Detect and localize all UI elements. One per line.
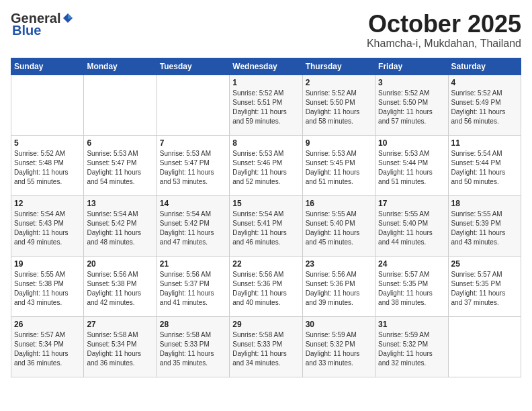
day-info: Sunrise: 5:52 AM Sunset: 5:48 PM Dayligh… (14, 149, 81, 187)
day-number: 22 (232, 259, 299, 269)
day-info: Sunrise: 5:54 AM Sunset: 5:44 PM Dayligh… (451, 149, 518, 187)
day-number: 11 (451, 138, 518, 148)
day-number: 16 (306, 199, 372, 208)
calendar-cell: 4Sunrise: 5:52 AM Sunset: 5:49 PM Daylig… (448, 75, 521, 135)
calendar-cell: 1Sunrise: 5:52 AM Sunset: 5:51 PM Daylig… (230, 75, 302, 135)
calendar-cell: 18Sunrise: 5:55 AM Sunset: 5:39 PM Dayli… (448, 195, 521, 256)
day-number: 8 (232, 138, 299, 148)
calendar-cell: 24Sunrise: 5:57 AM Sunset: 5:35 PM Dayli… (375, 256, 448, 316)
day-info: Sunrise: 5:57 AM Sunset: 5:34 PM Dayligh… (14, 330, 81, 368)
svg-marker-1 (68, 13, 73, 19)
day-info: Sunrise: 5:57 AM Sunset: 5:35 PM Dayligh… (451, 270, 518, 308)
day-number: 14 (160, 199, 226, 208)
day-header-monday: Monday (84, 58, 157, 75)
day-number: 17 (378, 199, 445, 208)
day-header-thursday: Thursday (302, 58, 375, 75)
day-number: 27 (87, 320, 153, 329)
day-info: Sunrise: 5:57 AM Sunset: 5:35 PM Dayligh… (378, 270, 445, 308)
calendar-cell: 27Sunrise: 5:58 AM Sunset: 5:34 PM Dayli… (84, 316, 157, 377)
calendar-cell: 23Sunrise: 5:56 AM Sunset: 5:36 PM Dayli… (302, 256, 375, 316)
day-number: 10 (378, 138, 445, 148)
calendar-cell: 6Sunrise: 5:53 AM Sunset: 5:47 PM Daylig… (84, 135, 157, 195)
day-info: Sunrise: 5:58 AM Sunset: 5:33 PM Dayligh… (160, 330, 226, 368)
calendar-cell: 11Sunrise: 5:54 AM Sunset: 5:44 PM Dayli… (448, 135, 521, 195)
day-info: Sunrise: 5:56 AM Sunset: 5:36 PM Dayligh… (306, 270, 372, 308)
day-info: Sunrise: 5:59 AM Sunset: 5:32 PM Dayligh… (378, 330, 445, 368)
calendar-cell: 25Sunrise: 5:57 AM Sunset: 5:35 PM Dayli… (448, 256, 521, 316)
calendar-cell: 15Sunrise: 5:54 AM Sunset: 5:41 PM Dayli… (230, 195, 302, 256)
day-number: 28 (160, 320, 226, 329)
calendar-cell: 26Sunrise: 5:57 AM Sunset: 5:34 PM Dayli… (11, 316, 84, 377)
logo: General Blue (11, 11, 74, 38)
calendar-cell: 29Sunrise: 5:58 AM Sunset: 5:33 PM Dayli… (230, 316, 302, 377)
day-number: 31 (378, 320, 445, 329)
calendar-week-row: 5Sunrise: 5:52 AM Sunset: 5:48 PM Daylig… (11, 135, 521, 195)
day-info: Sunrise: 5:53 AM Sunset: 5:45 PM Dayligh… (306, 149, 372, 187)
calendar-cell: 10Sunrise: 5:53 AM Sunset: 5:44 PM Dayli… (375, 135, 448, 195)
day-info: Sunrise: 5:55 AM Sunset: 5:40 PM Dayligh… (306, 210, 372, 247)
day-header-saturday: Saturday (448, 58, 521, 75)
day-info: Sunrise: 5:54 AM Sunset: 5:42 PM Dayligh… (160, 210, 226, 247)
calendar-cell: 22Sunrise: 5:56 AM Sunset: 5:36 PM Dayli… (230, 256, 302, 316)
day-header-wednesday: Wednesday (230, 58, 302, 75)
day-number: 18 (451, 199, 518, 208)
day-number: 24 (378, 259, 445, 269)
calendar-cell: 14Sunrise: 5:54 AM Sunset: 5:42 PM Dayli… (157, 195, 229, 256)
day-info: Sunrise: 5:52 AM Sunset: 5:50 PM Dayligh… (306, 89, 372, 126)
day-info: Sunrise: 5:56 AM Sunset: 5:36 PM Dayligh… (232, 270, 299, 308)
month-title: October 2025 (367, 11, 521, 38)
calendar-cell: 31Sunrise: 5:59 AM Sunset: 5:32 PM Dayli… (375, 316, 448, 377)
calendar-cell: 19Sunrise: 5:55 AM Sunset: 5:38 PM Dayli… (11, 256, 84, 316)
calendar-cell (157, 75, 229, 135)
calendar-cell (84, 75, 157, 135)
day-info: Sunrise: 5:53 AM Sunset: 5:47 PM Dayligh… (160, 149, 226, 187)
day-number: 1 (232, 78, 299, 87)
day-info: Sunrise: 5:55 AM Sunset: 5:38 PM Dayligh… (14, 270, 81, 308)
logo-icon (62, 12, 74, 24)
calendar-table: SundayMondayTuesdayWednesdayThursdayFrid… (11, 58, 521, 377)
calendar-week-row: 26Sunrise: 5:57 AM Sunset: 5:34 PM Dayli… (11, 316, 521, 377)
day-number: 2 (306, 78, 372, 87)
day-info: Sunrise: 5:53 AM Sunset: 5:47 PM Dayligh… (87, 149, 153, 187)
calendar-cell: 7Sunrise: 5:53 AM Sunset: 5:47 PM Daylig… (157, 135, 229, 195)
calendar-cell: 2Sunrise: 5:52 AM Sunset: 5:50 PM Daylig… (302, 75, 375, 135)
calendar-cell: 21Sunrise: 5:56 AM Sunset: 5:37 PM Dayli… (157, 256, 229, 316)
day-number: 12 (14, 199, 81, 208)
day-info: Sunrise: 5:52 AM Sunset: 5:50 PM Dayligh… (378, 89, 445, 126)
day-number: 20 (87, 259, 153, 269)
calendar-cell: 3Sunrise: 5:52 AM Sunset: 5:50 PM Daylig… (375, 75, 448, 135)
calendar-cell: 28Sunrise: 5:58 AM Sunset: 5:33 PM Dayli… (157, 316, 229, 377)
day-info: Sunrise: 5:56 AM Sunset: 5:37 PM Dayligh… (160, 270, 226, 308)
day-number: 3 (378, 78, 445, 87)
location-title: Khamcha-i, Mukdahan, Thailand (367, 38, 521, 50)
day-number: 23 (306, 259, 372, 269)
calendar-week-row: 19Sunrise: 5:55 AM Sunset: 5:38 PM Dayli… (11, 256, 521, 316)
day-number: 25 (451, 259, 518, 269)
calendar-cell: 16Sunrise: 5:55 AM Sunset: 5:40 PM Dayli… (302, 195, 375, 256)
day-number: 5 (14, 138, 81, 148)
day-info: Sunrise: 5:52 AM Sunset: 5:51 PM Dayligh… (232, 89, 299, 126)
calendar-cell: 9Sunrise: 5:53 AM Sunset: 5:45 PM Daylig… (302, 135, 375, 195)
day-number: 26 (14, 320, 81, 329)
calendar-week-row: 1Sunrise: 5:52 AM Sunset: 5:51 PM Daylig… (11, 75, 521, 135)
calendar-header-row: SundayMondayTuesdayWednesdayThursdayFrid… (11, 58, 521, 75)
day-info: Sunrise: 5:55 AM Sunset: 5:40 PM Dayligh… (378, 210, 445, 247)
calendar-cell: 13Sunrise: 5:54 AM Sunset: 5:42 PM Dayli… (84, 195, 157, 256)
page-header: General Blue October 2025 Khamcha-i, Muk… (11, 11, 521, 50)
logo-blue: Blue (12, 23, 41, 38)
day-info: Sunrise: 5:54 AM Sunset: 5:42 PM Dayligh… (87, 210, 153, 247)
calendar-cell: 20Sunrise: 5:56 AM Sunset: 5:38 PM Dayli… (84, 256, 157, 316)
day-number: 19 (14, 259, 81, 269)
day-info: Sunrise: 5:58 AM Sunset: 5:33 PM Dayligh… (232, 330, 299, 368)
day-info: Sunrise: 5:52 AM Sunset: 5:49 PM Dayligh… (451, 89, 518, 126)
calendar-cell: 5Sunrise: 5:52 AM Sunset: 5:48 PM Daylig… (11, 135, 84, 195)
title-area: October 2025 Khamcha-i, Mukdahan, Thaila… (367, 11, 521, 50)
day-header-tuesday: Tuesday (157, 58, 229, 75)
day-info: Sunrise: 5:58 AM Sunset: 5:34 PM Dayligh… (87, 330, 153, 368)
day-number: 7 (160, 138, 226, 148)
day-info: Sunrise: 5:53 AM Sunset: 5:46 PM Dayligh… (232, 149, 299, 187)
day-number: 15 (232, 199, 299, 208)
day-number: 29 (232, 320, 299, 329)
calendar-cell (11, 75, 84, 135)
day-info: Sunrise: 5:53 AM Sunset: 5:44 PM Dayligh… (378, 149, 445, 187)
